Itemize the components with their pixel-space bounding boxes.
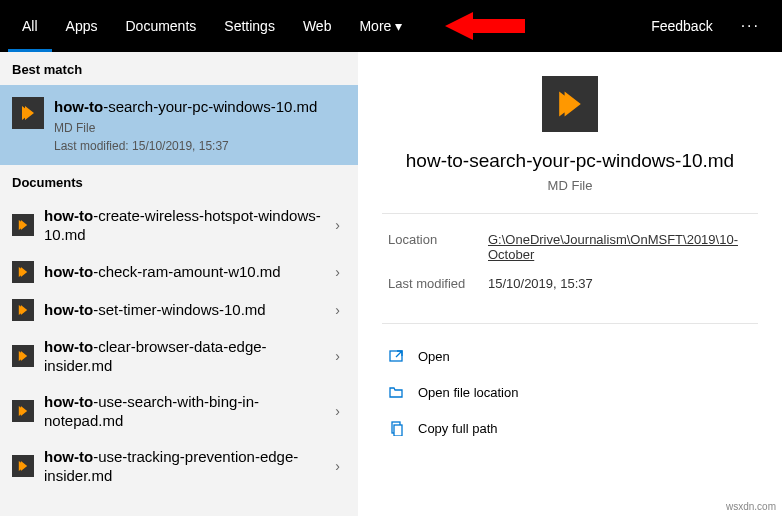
- open-icon: [388, 348, 404, 364]
- file-icon: [12, 299, 34, 321]
- result-title: how-to-clear-browser-data-edge-insider.m…: [44, 337, 329, 376]
- result-title: how-to-use-tracking-prevention-edge-insi…: [44, 447, 329, 486]
- preview-title: how-to-search-your-pc-windows-10.md: [406, 150, 734, 172]
- file-icon: [12, 214, 34, 236]
- copy-path-action[interactable]: Copy full path: [382, 410, 758, 446]
- chevron-right-icon[interactable]: ›: [329, 264, 346, 280]
- best-match-result[interactable]: how-to-search-your-pc-windows-10.md MD F…: [0, 85, 358, 165]
- action-label: Open: [418, 349, 450, 364]
- file-icon: [12, 345, 34, 367]
- documents-header: Documents: [0, 165, 358, 198]
- open-location-action[interactable]: Open file location: [382, 374, 758, 410]
- chevron-down-icon: ▾: [395, 18, 402, 34]
- svg-marker-0: [445, 12, 525, 40]
- folder-icon: [388, 384, 404, 400]
- list-item[interactable]: how-to-check-ram-amount-w10.md ›: [0, 253, 358, 291]
- result-title: how-to-set-timer-windows-10.md: [44, 300, 329, 320]
- preview-panel: how-to-search-your-pc-windows-10.md MD F…: [358, 52, 782, 516]
- svg-rect-3: [394, 425, 402, 436]
- result-title: how-to-check-ram-amount-w10.md: [44, 262, 329, 282]
- results-panel: Best match how-to-search-your-pc-windows…: [0, 52, 358, 516]
- chevron-right-icon[interactable]: ›: [329, 403, 346, 419]
- list-item[interactable]: how-to-use-search-with-bing-in-notepad.m…: [0, 384, 358, 439]
- tab-web[interactable]: Web: [289, 0, 346, 52]
- preview-file-icon: [542, 76, 598, 132]
- watermark: wsxdn.com: [726, 501, 776, 512]
- result-title: how-to-search-your-pc-windows-10.md: [54, 97, 346, 117]
- red-arrow-annotation-icon: [445, 12, 525, 40]
- tab-apps[interactable]: Apps: [52, 0, 112, 52]
- action-label: Copy full path: [418, 421, 498, 436]
- list-item[interactable]: how-to-clear-browser-data-edge-insider.m…: [0, 329, 358, 384]
- chevron-right-icon[interactable]: ›: [329, 458, 346, 474]
- location-link[interactable]: G:\OneDrive\Journalism\OnMSFT\2019\10-Oc…: [488, 232, 752, 262]
- result-title: how-to-use-search-with-bing-in-notepad.m…: [44, 392, 329, 431]
- file-icon: [12, 97, 44, 129]
- tab-all[interactable]: All: [8, 0, 52, 52]
- list-item[interactable]: how-to-use-tracking-prevention-edge-insi…: [0, 439, 358, 494]
- result-type: MD File: [54, 121, 346, 135]
- file-icon: [12, 455, 34, 477]
- location-label: Location: [388, 232, 488, 262]
- result-title: how-to-create-wireless-hotspot-windows-1…: [44, 206, 329, 245]
- chevron-right-icon[interactable]: ›: [329, 302, 346, 318]
- modified-label: Last modified: [388, 276, 488, 291]
- filter-tabbar: All Apps Documents Settings Web More▾ Fe…: [0, 0, 782, 52]
- file-icon: [12, 400, 34, 422]
- tab-settings[interactable]: Settings: [210, 0, 289, 52]
- preview-type: MD File: [548, 178, 593, 193]
- result-modified: Last modified: 15/10/2019, 15:37: [54, 139, 346, 153]
- list-item[interactable]: how-to-create-wireless-hotspot-windows-1…: [0, 198, 358, 253]
- divider: [382, 213, 758, 214]
- feedback-button[interactable]: Feedback: [637, 0, 726, 52]
- copy-icon: [388, 420, 404, 436]
- tab-more[interactable]: More▾: [345, 0, 416, 52]
- modified-value: 15/10/2019, 15:37: [488, 276, 593, 291]
- divider: [382, 323, 758, 324]
- best-match-header: Best match: [0, 52, 358, 85]
- tab-documents[interactable]: Documents: [111, 0, 210, 52]
- file-icon: [12, 261, 34, 283]
- chevron-right-icon[interactable]: ›: [329, 217, 346, 233]
- open-action[interactable]: Open: [382, 338, 758, 374]
- ellipsis-icon: ···: [741, 17, 760, 35]
- overflow-menu-button[interactable]: ···: [727, 0, 774, 52]
- list-item[interactable]: how-to-set-timer-windows-10.md ›: [0, 291, 358, 329]
- action-label: Open file location: [418, 385, 518, 400]
- chevron-right-icon[interactable]: ›: [329, 348, 346, 364]
